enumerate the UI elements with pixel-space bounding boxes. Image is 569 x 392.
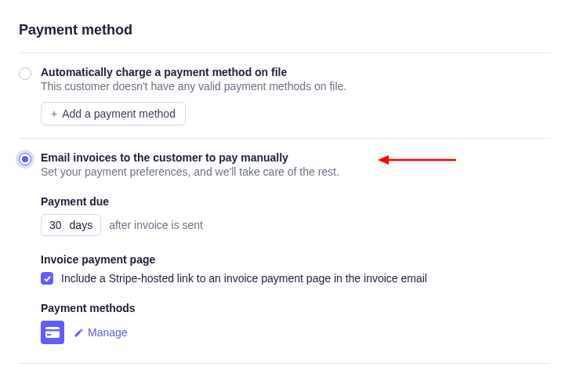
svg-marker-1 (378, 155, 389, 165)
payment-methods-label: Payment methods (41, 302, 550, 314)
manage-label: Manage (88, 326, 128, 339)
payment-methods-section: Payment methods Manage (41, 302, 550, 344)
payment-due-suffix: after invoice is sent (109, 219, 203, 231)
plus-icon: + (51, 107, 57, 120)
svg-rect-4 (47, 334, 51, 336)
pencil-icon (74, 328, 84, 338)
check-icon (43, 274, 52, 283)
section-title: Payment method (19, 22, 550, 38)
invoice-page-section: Invoice payment page Include a Stripe-ho… (41, 253, 550, 285)
option-auto-desc: This customer doesn't have any valid pay… (41, 80, 550, 93)
divider (19, 363, 550, 364)
option-email-title: Email invoices to the customer to pay ma… (41, 151, 550, 164)
card-icon (41, 321, 64, 344)
manage-link[interactable]: Manage (74, 326, 128, 339)
svg-rect-2 (45, 327, 60, 338)
radio-auto[interactable] (19, 67, 31, 80)
radio-email[interactable] (19, 153, 31, 165)
payment-due-section: Payment due 30 days after invoice is sen… (41, 195, 550, 236)
invoice-page-checkbox[interactable] (41, 272, 53, 285)
invoice-page-checkbox-label: Include a Stripe-hosted link to an invoi… (61, 272, 427, 285)
option-email[interactable]: Email invoices to the customer to pay ma… (19, 139, 550, 363)
payment-due-value: 30 (49, 219, 62, 231)
option-auto-title: Automatically charge a payment method on… (41, 66, 550, 78)
add-payment-method-button[interactable]: + Add a payment method (41, 102, 186, 125)
payment-due-input[interactable]: 30 days (41, 214, 101, 236)
svg-rect-3 (45, 329, 60, 332)
payment-due-label: Payment due (41, 195, 550, 208)
option-email-desc: Set your payment preferences, and we'll … (41, 165, 550, 178)
add-payment-method-label: Add a payment method (62, 107, 176, 120)
option-auto[interactable]: Automatically charge a payment method on… (19, 53, 550, 138)
invoice-page-label: Invoice payment page (41, 253, 550, 266)
payment-due-unit: days (70, 219, 93, 231)
arrow-annotation-icon (378, 153, 456, 167)
